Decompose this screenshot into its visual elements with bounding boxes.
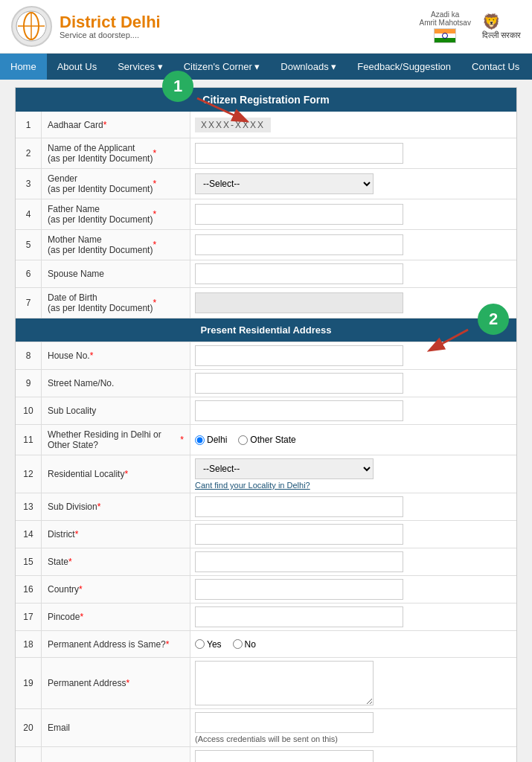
table-row: 1 Aadhaar Card * XXXX-XXXX [16,112,516,138]
radio-yes-label[interactable]: Yes [195,639,222,650]
field-permanent-address[interactable] [190,658,516,708]
field-label-country: Country * [42,576,190,603]
delhi-govt-text: दिल्ली सरकार [482,31,521,40]
field-country[interactable] [190,576,516,603]
district-input[interactable] [195,524,403,545]
table-row: 3 Gender(as per Identity Document) * --S… [16,169,516,199]
locality-select[interactable]: --Select-- [195,458,374,479]
radio-other-label[interactable]: Other State [238,435,295,445]
father-name-input[interactable] [195,204,403,225]
field-dob[interactable] [190,288,516,318]
table-row: 11 Whether Residing in Delhi or Other St… [16,425,516,455]
nav-home[interactable]: Home [0,54,47,80]
field-father[interactable] [190,199,516,229]
nav-feedback[interactable]: Feedback/Suggestion [347,54,461,80]
permanent-same-radio-group: Yes No [195,639,256,650]
table-row: 14 District * [16,521,516,548]
field-label-street: Street Name/No. [42,370,190,397]
spouse-name-input[interactable] [195,263,403,284]
row-number: 5 [16,230,42,260]
sub-locality-input[interactable] [195,400,403,421]
house-no-input[interactable] [195,345,403,366]
row-number: 4 [16,199,42,229]
field-district[interactable] [190,521,516,548]
table-row: 13 Sub Division * [16,493,516,521]
table-row: 15 State * [16,548,516,576]
field-permanent-same[interactable]: Yes No [190,631,516,657]
row-number: 12 [16,455,42,493]
state-input[interactable] [195,551,403,572]
radio-delhi-label[interactable]: Delhi [195,435,227,445]
email-access-note: (Access credentials will be sent on this… [195,734,338,743]
row-number: 7 [16,288,42,318]
arrow-2-svg [423,326,475,356]
row-number: 8 [16,342,42,369]
mother-name-input[interactable] [195,234,403,255]
field-gender[interactable]: --Select-- Male Female Other [190,169,516,199]
table-row: 17 Pincode * [16,603,516,631]
header-icons: Azadi kaAmrit Mahotsav 🦁 दिल्ली सरकार [419,10,521,43]
field-label-spouse: Spouse Name [42,260,190,287]
gender-select[interactable]: --Select-- Male Female Other [195,173,374,194]
field-label-pincode: Pincode * [42,603,190,630]
field-label-sub-locality: Sub Locality [42,397,190,424]
field-mother[interactable] [190,230,516,260]
row-number: 2 [16,138,42,168]
field-label-permanent-address: Permanent Address * [42,658,190,708]
field-label-dob: Date of Birth(as per Identity Document) … [42,288,190,318]
field-pincode[interactable] [190,603,516,630]
site-title: District Delhi [60,14,161,31]
field-name-input[interactable] [190,138,516,168]
country-input[interactable] [195,579,403,600]
row-number: 13 [16,493,42,520]
row-number: 1 [16,112,42,138]
field-label-name: Name of the Applicant(as per Identity Do… [42,138,190,168]
cant-find-locality[interactable]: Cant find your Locality in Delhi? [195,481,310,490]
nav-downloads[interactable]: Downloads ▾ [270,54,347,80]
residency-radio-group: Delhi Other State [195,435,296,445]
pincode-input[interactable] [195,606,403,627]
row-number: 20 [16,709,42,746]
row-number: 19 [16,658,42,708]
row-number: 18 [16,631,42,657]
radio-no-label[interactable]: No [233,639,256,650]
row-number: 16 [16,576,42,603]
field-label-gender: Gender(as per Identity Document) * [42,169,190,199]
radio-yes[interactable] [195,639,205,649]
field-street[interactable] [190,370,516,397]
radio-no[interactable] [233,639,243,649]
field-state[interactable] [190,548,516,575]
table-row: 19 Permanent Address * [16,658,516,709]
applicant-name-input[interactable] [195,143,403,164]
logo-text-group: District Delhi Service at doorstep.... [60,14,161,39]
mobile-input[interactable] [195,750,374,762]
radio-other-state[interactable] [238,435,248,445]
field-spouse[interactable] [190,260,516,287]
table-row: 10 Sub Locality [16,397,516,425]
field-residency[interactable]: Delhi Other State [190,425,516,455]
red-arrow-2 [423,326,475,358]
field-label-email: Email [42,709,190,746]
permanent-address-textarea[interactable] [195,661,374,705]
field-label-house: House No. * [42,342,190,369]
table-row: 7 Date of Birth(as per Identity Document… [16,288,516,318]
nav-about[interactable]: About Us [47,54,107,80]
table-row: 18 Permanent Address is Same? * Yes No [16,631,516,658]
street-name-input[interactable] [195,373,403,394]
field-subdivision[interactable] [190,493,516,520]
email-input[interactable] [195,712,374,733]
delhi-govt-logo: 🦁 दिल्ली सरकार [482,13,521,40]
field-label-state: State * [42,548,190,575]
circle-2: 2 [478,304,509,335]
nav-contact[interactable]: Contact Us [461,54,530,80]
dob-input[interactable] [195,292,403,313]
table-row: 4 Father Name(as per Identity Document) … [16,199,516,230]
radio-delhi[interactable] [195,435,205,445]
field-sub-locality[interactable] [190,397,516,424]
field-locality: --Select-- Cant find your Locality in De… [190,455,516,493]
header: District Delhi Service at doorstep.... A… [0,0,532,54]
field-label-subdivision: Sub Division * [42,493,190,520]
field-mobile: (Access credentials will be sent on this… [190,747,516,762]
subdivision-input[interactable] [195,496,403,517]
row-number: 15 [16,548,42,575]
